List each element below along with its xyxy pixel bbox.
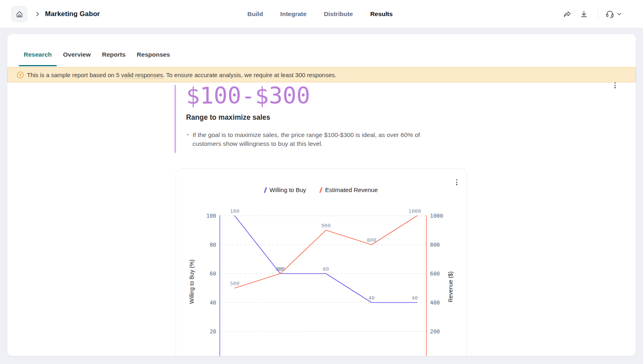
legend-label: Willing to Buy <box>270 186 306 193</box>
topbar-actions <box>561 0 621 28</box>
tab-reports-label: Reports <box>102 51 126 58</box>
svg-text:1000: 1000 <box>430 213 443 219</box>
tab-overview[interactable]: Overview <box>58 44 96 66</box>
report-card: Research Overview Reports Responses This… <box>7 34 636 356</box>
banner-text: This is a sample report based on 5 valid… <box>27 72 336 78</box>
nav-results[interactable]: Results <box>370 10 393 18</box>
svg-text:Revenue ($): Revenue ($) <box>447 271 454 302</box>
insight-bullet: If the goal is to maximize sales, the pr… <box>187 131 436 148</box>
report-tabs-row: Research Overview Reports Responses <box>7 34 636 66</box>
insight-headline: $100-$300 <box>186 82 480 109</box>
breadcrumb-title[interactable]: Marketing Gabor <box>45 10 100 18</box>
legend-slash-icon <box>264 187 267 193</box>
topbar: Marketing Gabor Build Integrate Distribu… <box>0 0 643 28</box>
svg-text:80: 80 <box>210 241 216 248</box>
home-button[interactable] <box>11 6 27 22</box>
svg-text:20: 20 <box>210 328 216 335</box>
chart-menu-button[interactable] <box>455 178 459 187</box>
svg-text:600: 600 <box>430 270 440 277</box>
legend-label: Estimated Revenue <box>325 186 378 193</box>
chevron-right-icon <box>36 12 39 16</box>
tab-reports[interactable]: Reports <box>97 44 131 66</box>
valid-responses-link[interactable]: valid responses <box>121 72 163 79</box>
tab-responses-label: Responses <box>137 51 170 58</box>
legend-item-estimated-revenue[interactable]: Estimated Revenue <box>320 186 378 193</box>
svg-text:40: 40 <box>210 299 216 306</box>
tab-overview-label: Overview <box>63 51 91 58</box>
svg-text:900: 900 <box>321 223 330 229</box>
svg-text:200: 200 <box>430 328 440 335</box>
svg-text:600: 600 <box>276 266 285 272</box>
nav-build[interactable]: Build <box>248 10 263 18</box>
divider <box>598 9 598 19</box>
chart-card: 1001000808006060040400202001006060404050… <box>176 168 467 356</box>
dual-axis-line-chart: 1001000808006060040400202001006060404050… <box>176 169 467 356</box>
svg-text:40: 40 <box>369 295 375 301</box>
svg-text:500: 500 <box>230 280 239 286</box>
nav-integrate[interactable]: Integrate <box>280 10 306 18</box>
breadcrumb: Marketing Gabor <box>11 0 100 28</box>
lightning-circle-icon <box>16 71 24 79</box>
svg-text:100: 100 <box>230 208 239 214</box>
svg-text:Willing to Buy (%): Willing to Buy (%) <box>188 260 195 304</box>
legend-item-willing-to-buy[interactable]: Willing to Buy <box>265 186 306 193</box>
tab-research[interactable]: Research <box>19 44 57 66</box>
svg-text:60: 60 <box>277 266 284 272</box>
insight-subtitle: Range to maximize sales <box>186 113 480 122</box>
nav-distribute[interactable]: Distribute <box>324 10 353 18</box>
chevron-down-icon <box>617 13 621 15</box>
main-nav: Build Integrate Distribute Results <box>248 0 393 28</box>
support-button[interactable] <box>605 10 621 19</box>
tab-responses[interactable]: Responses <box>132 44 175 66</box>
accent-bar <box>174 85 176 153</box>
svg-text:60: 60 <box>323 266 329 272</box>
headset-icon <box>605 10 614 19</box>
home-icon <box>16 10 23 18</box>
insight-bullets: If the goal is to maximize sales, the pr… <box>187 131 436 148</box>
tab-research-label: Research <box>24 51 52 58</box>
download-icon <box>580 10 588 18</box>
svg-text:40: 40 <box>412 295 418 301</box>
legend-slash-icon <box>319 187 322 193</box>
insight-section: $100-$300 Range to maximize sales If the… <box>174 82 480 148</box>
svg-text:400: 400 <box>430 299 440 306</box>
svg-text:60: 60 <box>210 270 216 277</box>
sample-warning-banner: This is a sample report based on 5 valid… <box>7 67 636 82</box>
chart-legend: Willing to Buy Estimated Revenue <box>176 186 467 193</box>
download-button[interactable] <box>577 8 590 20</box>
svg-text:1000: 1000 <box>408 208 421 214</box>
svg-text:100: 100 <box>207 213 216 219</box>
svg-text:800: 800 <box>430 241 440 248</box>
share-icon <box>563 10 571 18</box>
share-button[interactable] <box>561 8 573 20</box>
svg-text:800: 800 <box>367 237 376 243</box>
report-tabs: Research Overview Reports Responses <box>19 44 175 66</box>
